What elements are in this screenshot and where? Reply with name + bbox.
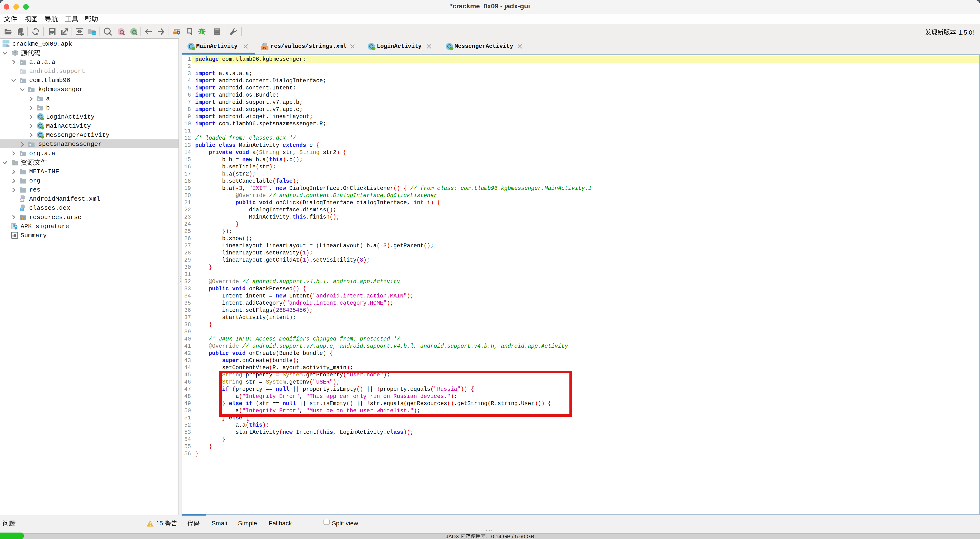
svg-text:MF: MF xyxy=(19,199,24,202)
svg-text:<>: <> xyxy=(262,46,267,51)
svg-text:J: J xyxy=(21,208,22,211)
